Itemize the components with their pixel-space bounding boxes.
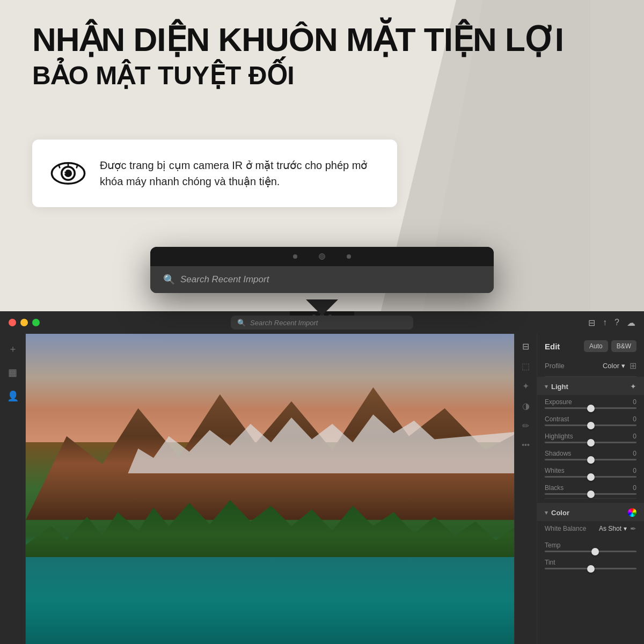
adjust-sidebar: ⊟ ⬚ ✦ ◑ ✏ ••• (514, 334, 537, 644)
white-balance-row: White Balance As Shot ▾ ✒ (537, 521, 644, 538)
cloud-icon[interactable]: ☁ (627, 318, 635, 328)
value-4: 0 (633, 467, 636, 474)
light-section-header[interactable]: ▾ Light ✦ (537, 377, 644, 395)
label-5: Blacks (545, 484, 564, 492)
gradient-icon[interactable]: ◑ (522, 401, 530, 411)
webcam-dot-right (347, 254, 351, 259)
tint-label: Tint (545, 559, 555, 566)
edit-label: Edit (545, 342, 560, 351)
eyedropper-icon[interactable]: ✒ (630, 524, 636, 533)
divider-2 (545, 498, 636, 499)
sliders-container: Exposure 0 Contrast 0 Highlights 0 (537, 395, 644, 498)
toolbar-right: ⊟ ↑ ? ☁ (588, 318, 635, 328)
slider-row-exposure: Exposure 0 (537, 395, 644, 412)
thumb-3[interactable] (587, 456, 595, 464)
heal-icon[interactable]: ✦ (522, 381, 529, 391)
profile-label: Profile (545, 362, 565, 370)
value-2: 0 (633, 433, 636, 440)
track-1[interactable] (545, 425, 636, 426)
thumb-1[interactable] (587, 422, 595, 429)
brush-icon[interactable]: ✏ (522, 421, 529, 431)
label-0: Exposure (545, 398, 572, 406)
profile-value[interactable]: Color ▾ (603, 362, 625, 370)
label-1: Contrast (545, 415, 569, 423)
close-button[interactable] (9, 319, 16, 326)
thumb-0[interactable] (587, 405, 595, 412)
color-section-header[interactable]: ▾ Color (537, 503, 644, 521)
slider-row-whites: Whites 0 (537, 464, 644, 481)
slider-row-highlights: Highlights 0 (537, 429, 644, 447)
person-icon[interactable]: 👤 (6, 390, 19, 402)
temp-slider[interactable] (545, 551, 636, 552)
light-chevron: ▾ (545, 383, 548, 390)
webcam-lens (319, 253, 325, 260)
slider-row-contrast: Contrast 0 (537, 412, 644, 429)
track-3[interactable] (545, 459, 636, 460)
tint-slider-thumb[interactable] (587, 565, 595, 573)
track-4[interactable] (545, 476, 636, 478)
edit-header: Edit Auto B&W (537, 334, 644, 357)
wand-icon[interactable]: ✦ (630, 382, 636, 391)
track-2[interactable] (545, 442, 636, 443)
value-5: 0 (633, 484, 636, 492)
track-0[interactable] (545, 407, 636, 409)
mountain-photo (26, 334, 537, 644)
slider-row-shadows: Shadows 0 (537, 447, 644, 464)
wb-row: White Balance As Shot ▾ ✒ (545, 524, 636, 533)
edit-buttons: Auto B&W (584, 340, 636, 352)
thumb-2[interactable] (587, 439, 595, 447)
search-icon-laptop: 🔍 (237, 319, 246, 327)
eye-camera-icon (49, 155, 87, 192)
photo-area (26, 334, 537, 644)
lake-reflection (26, 557, 537, 644)
main-content: ＋ ▦ 👤 (0, 334, 644, 644)
laptop-section: 🔍 Search Recent Import ⊟ ↑ ? ☁ ＋ ▦ 👤 (0, 311, 644, 644)
share-icon[interactable]: ↑ (603, 318, 607, 327)
tint-slider[interactable] (545, 568, 636, 569)
temp-slider-thumb[interactable] (591, 548, 599, 555)
filter-icon[interactable]: ⊟ (588, 318, 595, 328)
connector-arrow (306, 299, 338, 316)
lake-layer (26, 557, 537, 644)
auto-button[interactable]: Auto (584, 340, 608, 352)
thumb-5[interactable] (587, 491, 595, 498)
search-bar-popup[interactable]: 🔍 Search Recent Import (150, 266, 494, 293)
temp-label-row: Temp (545, 541, 636, 549)
header-section: NHẬN DIỆN KHUÔN MẶT TIỆN LỢI BẢO MẬT TUY… (32, 21, 612, 91)
snow-layer (26, 412, 537, 474)
tint-slider-row: Tint (537, 555, 644, 573)
traffic-lights (9, 319, 40, 326)
svg-line-5 (59, 165, 60, 167)
right-panel: Edit Auto B&W Profile Color ▾ ⊞ (537, 334, 644, 644)
maximize-button[interactable] (32, 319, 40, 326)
search-popup: 🔍 Search Recent Import (150, 247, 494, 293)
color-chevron: ▾ (545, 509, 548, 516)
label-3: Shadows (545, 450, 571, 457)
help-icon[interactable]: ? (614, 318, 619, 327)
label-2: Highlights (545, 433, 573, 440)
wb-value[interactable]: As Shot ▾ (599, 525, 627, 532)
minimize-button[interactable] (20, 319, 28, 326)
profile-grid-icon[interactable]: ⊞ (630, 361, 636, 371)
wb-label: White Balance (545, 525, 586, 532)
search-placeholder: Search Recent Import (180, 274, 269, 285)
search-bar-laptop[interactable]: 🔍 Search Recent Import (231, 316, 413, 330)
search-text-laptop: Search Recent Import (250, 319, 318, 327)
bw-button[interactable]: B&W (611, 340, 636, 352)
info-description: Được trang bị cụm camera IR ở mặt trước … (100, 157, 380, 189)
add-icon[interactable]: ＋ (6, 342, 19, 355)
thumb-4[interactable] (587, 473, 595, 481)
temp-label: Temp (545, 541, 560, 549)
laptop-frame: 🔍 Search Recent Import ⊟ ↑ ? ☁ ＋ ▦ 👤 (0, 311, 644, 644)
crop-icon[interactable]: ⬚ (522, 361, 530, 371)
more-icon[interactable]: ••• (522, 441, 530, 449)
light-section-title: ▾ Light (545, 383, 568, 391)
grid-view-icon[interactable]: ▦ (6, 366, 19, 379)
color-section-title: ▾ Color (545, 509, 569, 517)
track-5[interactable] (545, 493, 636, 495)
adjust-icon[interactable]: ⊟ (522, 341, 529, 352)
value-3: 0 (633, 450, 636, 457)
label-4: Whites (545, 467, 565, 474)
color-indicator (628, 508, 636, 517)
webcam-bar (150, 247, 494, 266)
